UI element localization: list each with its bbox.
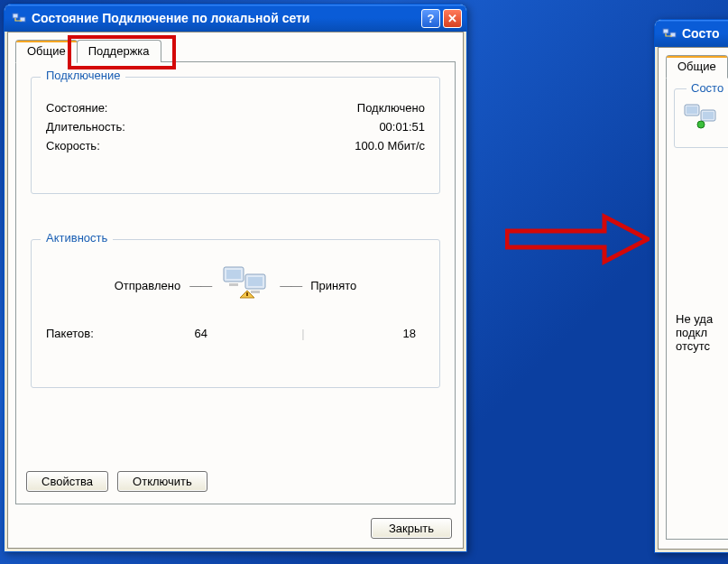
disable-button[interactable]: Отключить — [117, 471, 207, 492]
titlebar-2[interactable]: Состо — [655, 20, 728, 47]
tab-page-2: Состо Не уда подкл отсутс — [666, 77, 728, 540]
client-area: Общие Поддержка Подключение Состояние: П… — [7, 32, 464, 549]
svg-rect-0 — [13, 14, 18, 18]
status-value: Подключено — [357, 101, 425, 115]
close-button[interactable]: ✕ — [443, 9, 462, 28]
recv-label: Принято — [310, 279, 356, 292]
computers-icon — [220, 262, 271, 309]
svg-rect-3 — [226, 270, 241, 279]
tab-page-general: Подключение Состояние: Подключено Длител… — [15, 61, 456, 504]
dash-right: —— — [280, 279, 301, 292]
svg-point-15 — [697, 121, 705, 128]
close-dialog-button[interactable]: Закрыть — [371, 518, 452, 539]
speed-label: Скорость: — [46, 139, 100, 153]
tab-general[interactable]: Общие — [15, 40, 78, 63]
packets-recv: 18 — [305, 327, 425, 340]
group-connection: Подключение Состояние: Подключено Длител… — [31, 77, 440, 194]
connection-status-window-2: Состо Общие Состо Не уда подкл отсутс — [654, 19, 728, 553]
help-button[interactable]: ? — [421, 9, 440, 28]
connection-status-window: Состояние Подключение по локальной сети … — [4, 4, 467, 552]
svg-rect-9 — [663, 29, 668, 33]
svg-rect-12 — [687, 106, 697, 114]
packets-sent: 64 — [145, 327, 301, 340]
warning-text: Не уда подкл отсутс — [676, 312, 713, 353]
tab-strip: Общие Поддержка — [15, 40, 161, 62]
svg-rect-14 — [703, 112, 714, 119]
svg-rect-6 — [248, 277, 263, 286]
titlebar[interactable]: Состояние Подключение по локальной сети … — [5, 5, 466, 32]
properties-button[interactable]: Свойства — [26, 471, 108, 492]
duration-label: Длительность: — [46, 120, 125, 134]
network-icon — [662, 26, 677, 41]
speed-value: 100.0 Мбит/с — [355, 139, 425, 153]
group-activity-legend: Активность — [41, 231, 113, 245]
packets-label: Пакетов: — [46, 327, 145, 340]
network-icon — [12, 11, 26, 25]
window-title-2: Состо — [682, 26, 728, 41]
tab-general-2[interactable]: Общие — [666, 55, 728, 79]
group-activity: Активность Отправлено —— — [31, 239, 440, 388]
duration-value: 00:01:51 — [379, 120, 425, 134]
svg-rect-4 — [229, 283, 238, 286]
group-connection-legend: Подключение — [41, 69, 125, 82]
tab-strip-2: Общие — [666, 55, 727, 78]
client-area-2: Общие Состо Не уда подкл отсутс — [658, 47, 728, 550]
group-status-legend-2: Состо — [687, 81, 728, 95]
svg-rect-7 — [251, 291, 260, 293]
dash-left: —— — [189, 279, 211, 292]
window-title: Состояние Подключение по локальной сети — [32, 11, 421, 25]
network-computers-icon — [683, 101, 719, 134]
svg-rect-8 — [246, 292, 248, 296]
status-label: Состояние: — [46, 101, 107, 115]
annotation-arrow-icon — [505, 209, 650, 269]
tab-support[interactable]: Поддержка — [77, 40, 161, 62]
sent-label: Отправлено — [115, 279, 180, 292]
